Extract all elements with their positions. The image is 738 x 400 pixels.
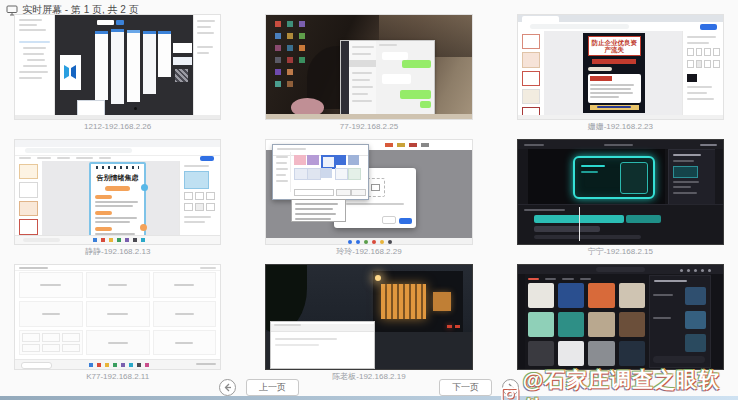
tile-label: 玲玲-192.168.2.29: [265, 247, 472, 257]
tile-label: 姗姗-192.168.2.23: [517, 122, 724, 132]
template-card: [619, 312, 645, 337]
inner-taskbar: [15, 359, 220, 369]
cursor-dot: [134, 107, 137, 110]
screen-thumbnail[interactable]: [265, 139, 472, 245]
file-dialog: [272, 144, 368, 200]
monitor-tile[interactable]: 陈老板-192.168.2.19: [265, 264, 472, 382]
doc-footer-text: [597, 106, 631, 108]
screen-thumbnail[interactable]: [14, 264, 221, 370]
prop-line: [197, 32, 214, 34]
tail-light: [447, 325, 452, 328]
style-button: [704, 60, 711, 68]
note-text-line: [95, 205, 132, 207]
monitor-tile[interactable]: 防止企业优良资产流失: [517, 14, 724, 132]
template-sidebar: [15, 161, 43, 236]
monitor-tile[interactable]: 玲玲-192.168.2.29: [265, 139, 472, 257]
style-button: [184, 192, 193, 200]
doc-text-line: [590, 96, 619, 98]
window-slats: [381, 284, 426, 319]
template-thumb: [19, 164, 38, 179]
prop-line: [197, 26, 212, 28]
clip-teal-dark: [626, 215, 661, 223]
message-input-pill: [653, 356, 705, 363]
taskbar-icons: [93, 238, 97, 242]
taskbar-search: [21, 362, 52, 369]
panel-line: [673, 154, 701, 156]
grid-card: [153, 272, 217, 298]
chat-title: [379, 44, 396, 46]
layer-item: [23, 47, 46, 49]
template-card: [588, 283, 614, 308]
file-thumb: [307, 168, 320, 180]
editor-topbar: [518, 140, 723, 149]
white-window: [270, 321, 375, 369]
screen-thumbnail[interactable]: [517, 264, 724, 370]
right-panel: [193, 15, 221, 115]
arrow-left-icon: [223, 383, 232, 392]
monitor-tile[interactable]: 宁宁-192.168.2.15: [517, 139, 724, 257]
template-card: [619, 341, 645, 366]
layer-item: [23, 65, 47, 67]
grid-card: [19, 272, 83, 298]
screen-thumbnail[interactable]: 防止企业优良资产流失: [517, 14, 724, 120]
style-button: [195, 192, 204, 200]
prev-circle-button[interactable]: [219, 379, 236, 396]
template-grid: [528, 283, 645, 366]
dialog-title-text: [277, 148, 305, 150]
prop-line: [184, 221, 205, 223]
mini-cell: [42, 344, 60, 353]
style-button: [184, 203, 193, 211]
neon-inner-panel: [620, 162, 649, 193]
left-rail: [518, 274, 525, 369]
screen-thumbnail[interactable]: [265, 14, 472, 120]
panel-line: [653, 317, 671, 319]
nav-item: [276, 162, 286, 164]
color-swatch: [687, 74, 697, 82]
page-preview-swatch: [184, 171, 209, 189]
screen-thumbnail[interactable]: [265, 264, 472, 370]
monitor-tile[interactable]: K77-192.168.2.11: [14, 264, 221, 382]
mini-cell: [62, 344, 80, 353]
url-pill: [530, 24, 629, 29]
template-card: [558, 341, 584, 366]
panel-line: [653, 294, 673, 296]
grid-card: [86, 330, 150, 356]
monitor-tile[interactable]: 告别情绪焦虑: [14, 139, 221, 257]
note-section-header: [95, 211, 112, 215]
topbar-item: [700, 144, 716, 146]
screen-thumbnail[interactable]: [517, 139, 724, 245]
next-page-button[interactable]: 下一页: [439, 379, 492, 396]
props-panel: [179, 161, 221, 236]
toolbar-chip: [97, 20, 113, 25]
lit-window-small: [433, 292, 451, 311]
dropdown-list: [291, 199, 346, 222]
prev-page-button[interactable]: 上一页: [246, 379, 299, 396]
note-section-header: [95, 195, 112, 199]
modal-text-line: [346, 203, 403, 205]
dropdown-item: [295, 218, 331, 220]
panel-line: [673, 160, 694, 162]
design-frame: [95, 31, 108, 101]
template-thumb: [19, 201, 38, 216]
screen-thumbnail[interactable]: 告别情绪焦虑: [14, 139, 221, 245]
incoming-bubble: [382, 74, 411, 84]
monitor-tile[interactable]: 乐乐-192.168.2.16: [517, 264, 724, 382]
style-button: [687, 60, 694, 68]
panel-line: [673, 192, 698, 194]
menu-item: [99, 157, 110, 159]
prop-line: [687, 92, 707, 94]
monitor-tile[interactable]: 77-192.168.2.25: [265, 14, 472, 132]
layer-item: [19, 77, 42, 79]
style-button: [713, 60, 720, 68]
logo-frame: [60, 55, 81, 90]
panel-thumb: [685, 287, 706, 305]
screen-thumbnail[interactable]: [14, 14, 221, 120]
desktop-icons: [275, 21, 281, 27]
taskbar-icons: [348, 240, 352, 244]
monitor-tile[interactable]: 1212-192.168.2.26: [14, 14, 221, 132]
grid-card: [153, 330, 217, 356]
cancel-button: [382, 216, 395, 225]
timeline-area: [518, 204, 723, 245]
prop-line: [197, 20, 216, 22]
design-frame: [143, 31, 156, 94]
